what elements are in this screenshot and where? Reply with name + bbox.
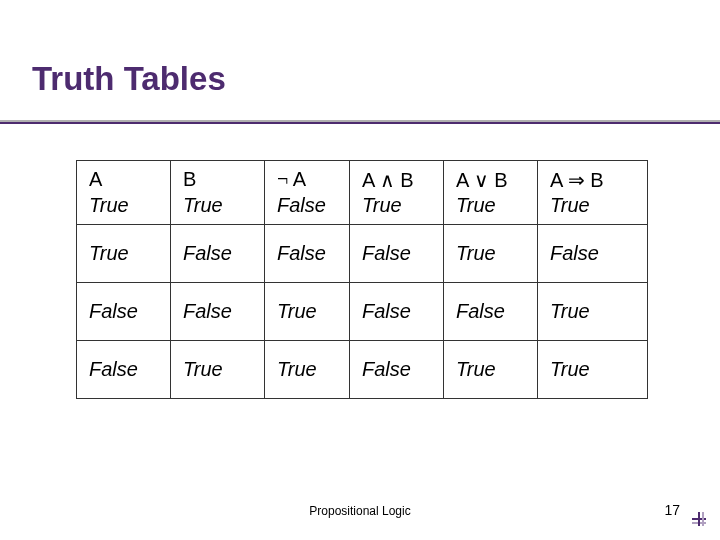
- cell-a: True: [77, 225, 171, 283]
- cell-b: False: [171, 225, 265, 283]
- title-underline: [0, 120, 720, 122]
- cell-or: False: [444, 283, 538, 341]
- cell-a: True: [77, 193, 171, 225]
- cell-a: False: [77, 283, 171, 341]
- truth-table: A B ¬ A A ∧ B A ∨ B A ⇒ B True True Fals…: [76, 160, 648, 399]
- page-number: 17: [664, 502, 680, 518]
- cell-a: False: [77, 341, 171, 399]
- slide-title: Truth Tables: [32, 60, 720, 98]
- not-icon: ¬: [277, 168, 288, 190]
- table-row: False True True False True True: [77, 341, 648, 399]
- cell-na: True: [265, 341, 350, 399]
- cell-b: True: [171, 341, 265, 399]
- cell-na: False: [265, 225, 350, 283]
- cell-b: False: [171, 283, 265, 341]
- slide-title-area: Truth Tables: [0, 0, 720, 98]
- table-row: True True False True True True: [77, 193, 648, 225]
- col-header-or: A ∨ B: [444, 161, 538, 193]
- cell-imp: True: [538, 341, 648, 399]
- table-row: False False True False False True: [77, 283, 648, 341]
- footer-caption: Propositional Logic: [0, 504, 720, 518]
- col-header-not-a: ¬ A: [265, 161, 350, 193]
- corner-decoration-icon: [692, 512, 706, 526]
- table-header-row: A B ¬ A A ∧ B A ∨ B A ⇒ B: [77, 161, 648, 193]
- cell-and: True: [350, 193, 444, 225]
- cell-imp: True: [538, 193, 648, 225]
- col-header-b: B: [171, 161, 265, 193]
- cell-na: True: [265, 283, 350, 341]
- implies-icon: ⇒: [568, 169, 585, 191]
- cell-or: True: [444, 193, 538, 225]
- cell-b: True: [171, 193, 265, 225]
- and-icon: ∧: [380, 169, 395, 191]
- cell-na: False: [265, 193, 350, 225]
- table-row: True False False False True False: [77, 225, 648, 283]
- cell-imp: True: [538, 283, 648, 341]
- cell-or: True: [444, 225, 538, 283]
- cell-and: False: [350, 225, 444, 283]
- col-header-and: A ∧ B: [350, 161, 444, 193]
- slide: Truth Tables A B ¬ A A ∧ B A ∨ B A ⇒ B T…: [0, 0, 720, 540]
- cell-and: False: [350, 341, 444, 399]
- cell-and: False: [350, 283, 444, 341]
- truth-table-wrap: A B ¬ A A ∧ B A ∨ B A ⇒ B True True Fals…: [76, 160, 648, 399]
- cell-imp: False: [538, 225, 648, 283]
- col-header-implies: A ⇒ B: [538, 161, 648, 193]
- or-icon: ∨: [474, 169, 489, 191]
- col-header-a: A: [77, 161, 171, 193]
- cell-or: True: [444, 341, 538, 399]
